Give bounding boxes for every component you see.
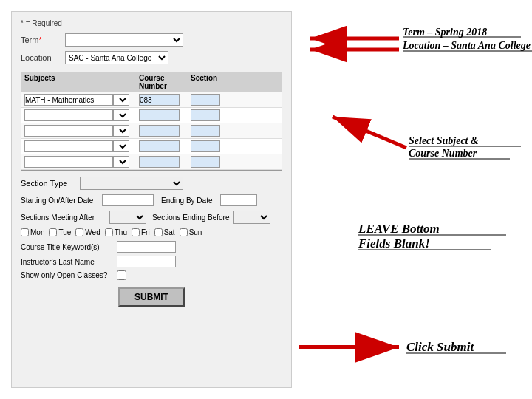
submit-annotation-text: Click Submit: [406, 340, 474, 354]
table-row: [21, 154, 282, 170]
show-open-label: Show only Open Classes?: [21, 271, 117, 279]
course-col-header: Course Number: [139, 74, 191, 90]
subject-select-3[interactable]: [113, 125, 129, 137]
instructor-label: Instructor's Last Name: [21, 258, 117, 266]
form-panel: * = Required Term* Location SAC - Santa …: [11, 11, 292, 388]
course-title-input[interactable]: [117, 241, 176, 253]
section-col-header: Section: [191, 74, 228, 90]
day-sun-checkbox[interactable]: [180, 228, 188, 236]
course-input-5[interactable]: [139, 156, 180, 168]
day-tue: Tue: [49, 228, 71, 236]
day-fri-checkbox[interactable]: [132, 228, 140, 236]
table-row: [21, 139, 282, 154]
submit-row: SUBMIT: [21, 287, 282, 307]
day-sat-checkbox[interactable]: [154, 228, 163, 236]
location-annotation-text: Location – Santa Ana College: [402, 40, 531, 51]
subject-annotation-line1: Select Subject &: [409, 135, 479, 146]
date-row: Starting On/After Date Ending By Date: [21, 194, 282, 206]
day-tue-checkbox[interactable]: [49, 228, 57, 236]
bottom-annotation-line1: LEAVE Bottom: [358, 222, 440, 236]
day-mon-checkbox[interactable]: [21, 228, 29, 236]
sections-ending-select[interactable]: [233, 211, 270, 224]
section-input-1[interactable]: [191, 94, 220, 106]
ending-date-input[interactable]: [220, 194, 257, 206]
section-input-3[interactable]: [191, 125, 220, 137]
days-row: Mon Tue Wed Thu Fri Sat: [21, 228, 282, 236]
term-label: Term*: [21, 35, 65, 44]
term-row: Term*: [21, 33, 282, 47]
term-select[interactable]: [65, 33, 183, 47]
required-note: * = Required: [21, 19, 282, 27]
svg-line-8: [332, 117, 406, 148]
annotations-svg: Term – Spring 2018 Location – Santa Ana …: [292, 7, 532, 384]
day-sat: Sat: [154, 228, 175, 236]
subject-input-1[interactable]: [24, 94, 113, 106]
subject-input-4[interactable]: [24, 140, 113, 152]
ending-date-label: Ending By Date: [161, 197, 220, 205]
submit-button[interactable]: SUBMIT: [118, 287, 185, 307]
table-header: Subjects Course Number Section: [21, 72, 282, 92]
course-title-row: Course Title Keyword(s): [21, 241, 282, 253]
sections-meeting-label: Sections Meeting After: [21, 214, 109, 222]
table-row: [21, 108, 282, 123]
show-open-row: Show only Open Classes?: [21, 270, 282, 280]
section-input-4[interactable]: [191, 140, 220, 152]
subject-select-2[interactable]: [113, 109, 129, 121]
course-input-3[interactable]: [139, 125, 180, 137]
course-input-4[interactable]: [139, 140, 180, 152]
section-type-select[interactable]: [80, 177, 183, 190]
table-row: [21, 92, 282, 108]
course-input-2[interactable]: [139, 109, 180, 121]
subjects-col-header: Subjects: [24, 74, 139, 90]
day-thu: Thu: [105, 228, 127, 236]
section-type-label: Section Type: [21, 179, 80, 188]
location-label: Location: [21, 53, 65, 62]
day-wed: Wed: [75, 228, 100, 236]
subject-select-4[interactable]: [113, 140, 129, 152]
sections-meeting-row: Sections Meeting After Sections Ending B…: [21, 211, 282, 224]
instructor-row: Instructor's Last Name: [21, 256, 282, 267]
starting-date-input[interactable]: [102, 194, 154, 206]
subject-input-3[interactable]: [24, 125, 113, 137]
bottom-annotation-line2: Fields Blank!: [358, 236, 430, 250]
sections-ending-label: Sections Ending Before: [152, 214, 233, 222]
location-row: Location SAC - Santa Ana College: [21, 51, 282, 64]
show-open-checkbox[interactable]: [117, 270, 126, 280]
course-input-1[interactable]: [139, 94, 180, 106]
day-thu-checkbox[interactable]: [105, 228, 113, 236]
course-title-label: Course Title Keyword(s): [21, 243, 117, 251]
instructor-input[interactable]: [117, 256, 176, 267]
location-select[interactable]: SAC - Santa Ana College: [65, 51, 168, 64]
subject-select-1[interactable]: [113, 94, 129, 106]
subject-input-2[interactable]: [24, 109, 113, 121]
day-mon: Mon: [21, 228, 44, 236]
annotation-panel: Term – Spring 2018 Location – Santa Ana …: [292, 0, 532, 399]
subject-select-5[interactable]: [113, 156, 129, 168]
section-input-5[interactable]: [191, 156, 220, 168]
term-annotation-text: Term – Spring 2018: [403, 27, 487, 38]
subjects-table: Subjects Course Number Section: [21, 72, 282, 171]
table-row: [21, 123, 282, 139]
subject-input-5[interactable]: [24, 156, 113, 168]
subject-annotation-line2: Course Number: [409, 148, 477, 159]
day-wed-checkbox[interactable]: [75, 228, 83, 236]
starting-date-label: Starting On/After Date: [21, 197, 102, 205]
section-type-row: Section Type: [21, 177, 282, 190]
sections-meeting-select[interactable]: [109, 211, 146, 224]
day-sun: Sun: [180, 228, 202, 236]
section-input-2[interactable]: [191, 109, 220, 121]
day-fri: Fri: [132, 228, 150, 236]
